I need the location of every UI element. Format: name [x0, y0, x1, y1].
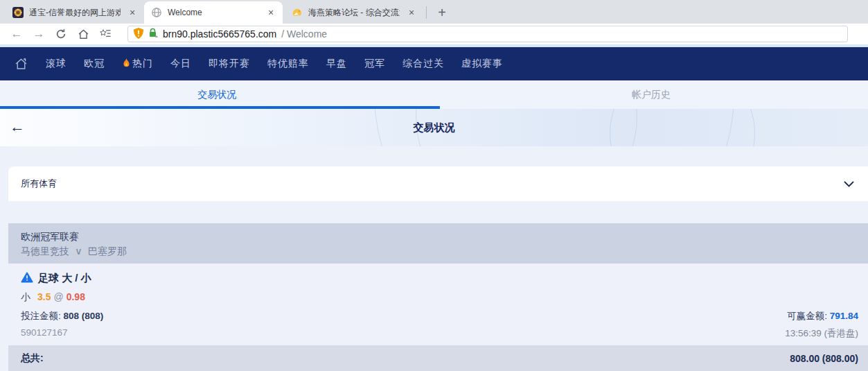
stake-label: 投注金额:	[21, 311, 61, 321]
market-name: 足球 大 / 小	[38, 272, 91, 285]
tab-title: Welcome	[168, 8, 259, 17]
nav-item-hot[interactable]: 热门	[122, 58, 153, 70]
forum-favicon	[292, 7, 303, 18]
flame-icon	[122, 58, 131, 70]
nav-item-early[interactable]: 早盘	[326, 58, 347, 70]
bet-reference-number: 590127167	[21, 327, 68, 340]
tab-account-history[interactable]: 帐户历史	[434, 80, 868, 109]
reload-icon[interactable]	[51, 25, 71, 43]
match-teams: 马德里竞技v巴塞罗那	[21, 244, 856, 259]
nav-item-today[interactable]: 今日	[170, 58, 191, 70]
casino-chip-favicon	[12, 7, 24, 18]
home-icon[interactable]	[73, 25, 93, 43]
address-bar[interactable]: brn90.plastic5665765.com / Welcome	[127, 26, 848, 42]
bookmarks-icon[interactable]	[96, 25, 115, 43]
bet-time: 13:56:39 (香港盘)	[785, 327, 858, 340]
odds-value: 0.98	[67, 291, 85, 302]
url-host: brn90.plastic5665765.com	[163, 28, 276, 40]
tab-title: 海燕策略论坛 - 综合交流大	[308, 7, 400, 19]
spacer	[0, 201, 868, 223]
nav-item-outright[interactable]: 冠军	[364, 58, 385, 70]
meta-row: 590127167 13:56:39 (香港盘)	[21, 327, 858, 340]
at-sign: @	[53, 291, 63, 302]
selection: 小	[21, 291, 30, 302]
globe-favicon	[151, 7, 162, 18]
handicap-line: 3.5	[37, 291, 51, 302]
total-label: 总共:	[21, 352, 44, 365]
home-team: 马德里竞技	[21, 245, 69, 257]
win-value: 791.84	[830, 311, 858, 321]
nav-item-special-odds[interactable]: 特优赔率	[267, 58, 309, 70]
match-header: 欧洲冠军联赛 马德里竞技v巴塞罗那	[8, 223, 868, 264]
nav-item-virtual[interactable]: 虚拟赛事	[461, 58, 503, 70]
ssl-lock-icon[interactable]	[148, 28, 158, 40]
tab-close-icon[interactable]: ×	[126, 6, 139, 19]
forward-icon[interactable]: →	[29, 25, 48, 43]
bet-card: 欧洲冠军联赛 马德里竞技v巴塞罗那 足球 大 / 小 小3.5@0.98 投注金…	[8, 223, 868, 371]
away-team: 巴塞罗那	[88, 245, 127, 257]
nav-item-mix-parlay[interactable]: 综合过关	[402, 58, 444, 70]
nav-item-live[interactable]: 滚球	[46, 58, 67, 70]
stake-value: 808 (808)	[64, 311, 104, 321]
sport-filter-label: 所有体育	[21, 178, 57, 190]
bet-details: 足球 大 / 小 小3.5@0.98 投注金额: 808 (808) 可赢金额:…	[8, 264, 868, 345]
nav-item-starting-soon[interactable]: 即将开赛	[209, 58, 250, 70]
total-row: 总共: 808.00 (808.00)	[8, 345, 868, 371]
browser-tab-active[interactable]: Welcome ×	[144, 1, 283, 24]
stake-row: 投注金额: 808 (808) 可赢金额: 791.84	[21, 310, 858, 322]
site-nav: 滚球 欧冠 热门 今日 即将开赛 特优赔率 早盘 冠军 综合过关 虚拟赛事	[0, 47, 868, 80]
browser-tab[interactable]: 通宝-信誉最好的网上游戏平 ×	[6, 1, 144, 24]
browser-toolbar: ← → brn90.plastic5665765.com / Welcome	[0, 24, 868, 44]
tab-separator	[426, 6, 427, 19]
spacer	[0, 146, 868, 166]
page-header: ← 交易状况	[0, 109, 868, 146]
page-title: 交易状况	[0, 109, 868, 146]
tab-title: 通宝-信誉最好的网上游戏平	[29, 7, 121, 19]
versus-label: v	[76, 245, 81, 257]
section-tab-bar: 交易状况 帐户历史	[0, 80, 868, 109]
bet-market-row: 足球 大 / 小	[21, 272, 858, 285]
tab-bet-status[interactable]: 交易状况	[0, 80, 434, 109]
warning-triangle-icon	[21, 272, 33, 285]
nav-item-ucl[interactable]: 欧冠	[84, 58, 105, 70]
selection-row: 小3.5@0.98	[21, 291, 858, 304]
new-tab-button[interactable]: +	[432, 3, 452, 22]
total-value: 808.00 (808.00)	[790, 353, 858, 364]
sport-filter-dropdown[interactable]: 所有体育	[8, 166, 868, 201]
tab-close-icon[interactable]: ×	[405, 6, 418, 19]
tab-close-icon[interactable]: ×	[265, 6, 277, 19]
nav-home-icon[interactable]	[14, 57, 28, 71]
win-label: 可赢金额:	[787, 311, 827, 321]
chevron-down-icon	[844, 178, 854, 189]
browser-tab-strip: 通宝-信誉最好的网上游戏平 × Welcome × 海燕策略论坛 - 综合交流大…	[0, 0, 868, 24]
url-path: / Welcome	[281, 28, 327, 40]
league-name: 欧洲冠军联赛	[21, 230, 856, 244]
extension-warning-shield-icon[interactable]	[134, 28, 143, 41]
back-icon[interactable]: ←	[7, 25, 26, 43]
browser-tab[interactable]: 海燕策略论坛 - 综合交流大 ×	[285, 1, 423, 24]
